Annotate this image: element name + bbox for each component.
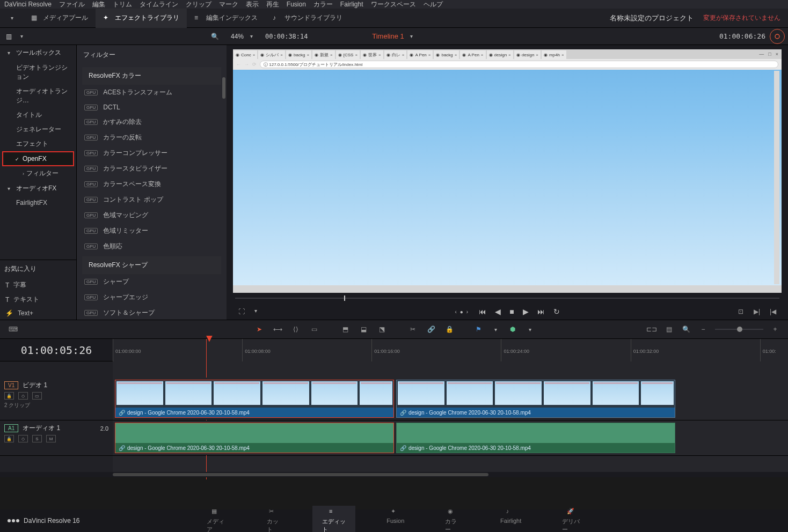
openfx-tree-item[interactable]: ✓OpenFX: [3, 152, 73, 165]
chevron-down-icon[interactable]: ▾: [491, 325, 500, 334]
solo-button[interactable]: S: [32, 435, 42, 442]
media-page-button[interactable]: ▦メディア: [197, 506, 236, 532]
prev-edit-icon[interactable]: ‹: [455, 309, 456, 315]
tree-item[interactable]: ビデオトランジション: [0, 61, 76, 84]
video-clip[interactable]: 🔗design - Google Chrome 2020-06-30 20-10…: [115, 380, 394, 418]
track-header[interactable]: A1 オーディオ 1 2.0 🔒 ◇ S M: [0, 420, 113, 455]
tree-item[interactable]: ›フィルター: [0, 166, 76, 181]
toolbox-header[interactable]: ▾ツールボックス: [0, 45, 76, 61]
marker-icon[interactable]: ⬢: [507, 324, 518, 335]
zoom-find-icon[interactable]: 🔍: [681, 324, 691, 335]
stop-icon[interactable]: ■: [509, 307, 514, 316]
effect-item[interactable]: GPU色域リミッター: [77, 223, 227, 239]
playhead-icon[interactable]: [206, 336, 213, 342]
track-badge[interactable]: V1: [4, 381, 18, 389]
menu-item[interactable]: 表示: [246, 0, 259, 9]
timeline-name-dropdown[interactable]: Timeline 1 ▾: [372, 32, 415, 41]
lock-icon[interactable]: 🔒: [4, 435, 14, 442]
favorite-item[interactable]: Tテキスト: [0, 292, 76, 307]
video-track-lane[interactable]: 🔗design - Google Chrome 2020-06-30 20-10…: [113, 378, 788, 420]
effect-item[interactable]: GPUコントラスト ポップ: [77, 192, 227, 208]
effect-item[interactable]: GPUカラースタビライザー: [77, 161, 227, 176]
menu-item[interactable]: Fairlight: [340, 1, 363, 8]
edit-page-button[interactable]: ≡エディット: [312, 506, 356, 532]
lock-icon[interactable]: 🔒: [4, 392, 14, 400]
menu-item[interactable]: クリップ: [186, 0, 211, 9]
match-frame-icon[interactable]: ⊡: [735, 306, 746, 317]
menu-item[interactable]: ファイル: [59, 0, 85, 9]
favorite-item[interactable]: T字幕: [0, 278, 76, 292]
viewer-zoom[interactable]: 44% ▾: [231, 32, 256, 41]
deliver-page-button[interactable]: 🚀デリバー: [552, 506, 591, 532]
favorite-item[interactable]: ⚡Text+: [0, 307, 76, 320]
timeline-ruler[interactable]: 01:00:00:00 01:00:08:00 01:00:16:00 01:0…: [113, 339, 788, 361]
tree-item[interactable]: FairlightFX: [0, 196, 76, 209]
panel-layout-toggle[interactable]: ▥: [0, 28, 17, 45]
audiofx-header[interactable]: ▾オーディオFX: [0, 181, 76, 196]
lock-icon[interactable]: 🔒: [444, 324, 455, 335]
color-page-button[interactable]: ◉カラー: [435, 506, 469, 532]
selection-tool-icon[interactable]: ➤: [254, 324, 265, 335]
disable-icon[interactable]: ▭: [32, 392, 42, 400]
zoom-out-icon[interactable]: −: [698, 324, 709, 335]
tree-item[interactable]: エフェクト: [0, 137, 76, 151]
timeline-view-icon[interactable]: ▤: [663, 324, 674, 335]
menu-item[interactable]: 編集: [92, 0, 105, 9]
viewer-scrubber[interactable]: [232, 293, 783, 304]
trim-tool-icon[interactable]: ⟷: [272, 324, 283, 335]
fusion-page-button[interactable]: ✦Fusion: [377, 506, 414, 532]
search-icon[interactable]: 🔍: [209, 31, 220, 42]
audio-track-lane[interactable]: 🔗design - Google Chrome 2020-06-30 20-10…: [113, 420, 788, 455]
effect-item[interactable]: GPU色順応: [77, 239, 227, 254]
loop-icon[interactable]: ↻: [553, 307, 560, 316]
menu-item[interactable]: DaVinci Resolve: [4, 1, 52, 8]
crop-icon[interactable]: ⛶: [236, 306, 247, 317]
menu-item[interactable]: トリム: [113, 0, 132, 9]
go-start-icon[interactable]: ⏮: [479, 307, 486, 316]
effect-item[interactable]: GPU色域マッピング: [77, 208, 227, 223]
viewer-canvas[interactable]: ◉Conc×◉シルバ×◉backg×◉新規×◉[CSS×◉世界×◉白レ×◉A P…: [233, 49, 782, 293]
effects-library-button[interactable]: ✦ エフェクトライブラリ: [96, 9, 187, 28]
tree-item[interactable]: タイトル: [0, 108, 76, 122]
chevron-down-icon[interactable]: ▾: [526, 325, 534, 334]
insert-icon[interactable]: ⬒: [340, 324, 351, 335]
video-clip[interactable]: 🔗design - Google Chrome 2020-06-30 20-10…: [396, 380, 675, 418]
zoom-in-icon[interactable]: +: [770, 324, 780, 335]
effect-item[interactable]: GPUかすみの除去: [77, 114, 227, 130]
timeline-hscrollbar[interactable]: [0, 472, 788, 477]
mute-button[interactable]: M: [46, 435, 56, 442]
audio-clip[interactable]: 🔗design - Google Chrome 2020-06-30 20-10…: [115, 423, 394, 453]
next-clip-icon[interactable]: ▶|: [751, 306, 762, 317]
auto-select-icon[interactable]: ◇: [18, 435, 28, 442]
next-edit-icon[interactable]: ›: [466, 309, 468, 315]
flag-icon[interactable]: ⚑: [473, 324, 484, 335]
chevron-down-icon[interactable]: ▾: [251, 306, 260, 315]
keyboard-icon[interactable]: ⌨: [8, 324, 18, 335]
media-pool-button[interactable]: ▦ メディアプール: [24, 9, 96, 28]
menu-item[interactable]: カラー: [313, 0, 333, 9]
track-header[interactable]: V1 ビデオ 1 🔒 ◇ ▭ 2 クリップ: [0, 378, 113, 420]
effect-item[interactable]: GPUシャープ: [77, 274, 227, 290]
cut-page-button[interactable]: ✂カット: [257, 506, 291, 532]
tree-item[interactable]: ジェネレーター: [0, 122, 76, 137]
menu-item[interactable]: 再生: [266, 0, 279, 9]
sound-library-button[interactable]: ♪ サウンドライブラリ: [265, 9, 350, 28]
track-badge[interactable]: A1: [4, 424, 18, 432]
auto-select-icon[interactable]: ◇: [18, 392, 28, 400]
tree-item[interactable]: オーディオトランジ…: [0, 84, 76, 108]
go-end-icon[interactable]: ⏭: [537, 307, 545, 316]
play-reverse-icon[interactable]: ◀: [495, 307, 501, 316]
overwrite-icon[interactable]: ⬓: [358, 324, 369, 335]
sync-bin-icon[interactable]: [770, 29, 785, 44]
replace-icon[interactable]: ⬔: [376, 324, 387, 335]
audio-clip[interactable]: 🔗design - Google Chrome 2020-06-30 20-10…: [396, 423, 675, 453]
link-icon[interactable]: 🔗: [426, 324, 436, 335]
menu-item[interactable]: Fusion: [287, 1, 306, 8]
play-icon[interactable]: ▶: [523, 307, 529, 316]
effect-item[interactable]: GPUシャープエッジ: [77, 290, 227, 305]
edit-index-button[interactable]: ≡ 編集インデックス: [187, 9, 265, 28]
menu-item[interactable]: タイムライン: [140, 0, 178, 9]
chevron-down-icon[interactable]: ▾: [17, 32, 26, 41]
dropdown-toggle[interactable]: ▾: [0, 9, 24, 28]
effect-item[interactable]: GPUカラースペース変換: [77, 176, 227, 192]
